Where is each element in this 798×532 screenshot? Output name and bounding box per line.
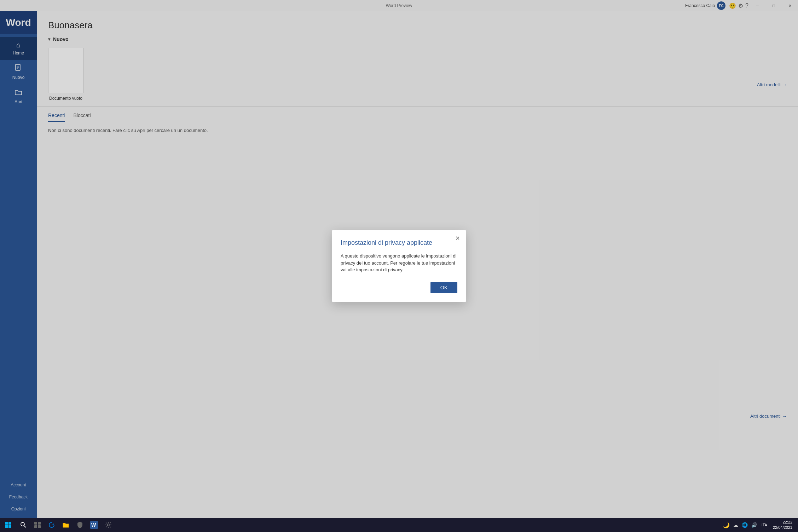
- start-button[interactable]: [0, 518, 16, 532]
- svg-point-16: [107, 524, 109, 526]
- svg-rect-6: [5, 525, 8, 528]
- modal-ok-button[interactable]: OK: [430, 282, 457, 293]
- modal-title: Impostazioni di privacy applicate: [341, 239, 457, 247]
- taskbar-word-icon[interactable]: W: [87, 518, 101, 532]
- volume-icon: 🔊: [750, 522, 759, 528]
- taskbar-date-value: 22/04/2021: [773, 525, 792, 530]
- taskbar-security-icon[interactable]: [73, 518, 87, 532]
- svg-rect-11: [38, 522, 41, 525]
- svg-rect-12: [34, 525, 37, 528]
- cloud-icon: ☁: [732, 522, 740, 528]
- svg-text:W: W: [91, 522, 96, 528]
- taskbar-search-button[interactable]: [16, 518, 30, 532]
- modal-body: A questo dispositivo vengono applicate l…: [341, 253, 457, 273]
- modal-overlay: ✕ Impostazioni di privacy applicate A qu…: [0, 0, 798, 532]
- modal-footer: OK: [341, 282, 457, 293]
- taskbar-edge-icon[interactable]: [45, 518, 59, 532]
- svg-rect-10: [34, 522, 37, 525]
- lang-indicator: ITA: [759, 518, 769, 532]
- svg-rect-5: [8, 522, 11, 525]
- taskbar-widget-icon[interactable]: [30, 518, 45, 532]
- network-icon: 🌐: [740, 522, 749, 528]
- taskbar-time-value: 22:22: [773, 520, 792, 525]
- svg-point-8: [21, 522, 24, 526]
- taskbar-settings-icon[interactable]: [101, 518, 115, 532]
- taskbar-clock: 22:22 22/04/2021: [770, 520, 795, 531]
- privacy-modal: ✕ Impostazioni di privacy applicate A qu…: [332, 230, 466, 302]
- svg-rect-13: [38, 525, 41, 528]
- modal-close-button[interactable]: ✕: [453, 234, 462, 242]
- taskbar-explorer-icon[interactable]: [59, 518, 73, 532]
- svg-line-9: [24, 526, 26, 527]
- svg-rect-7: [8, 525, 11, 528]
- taskbar: W 🌙 ☁ 🌐 🔊 ITA 22:22 22/04/2021: [0, 518, 798, 532]
- svg-rect-4: [5, 522, 8, 525]
- moon-icon: 🌙: [721, 522, 731, 528]
- taskbar-right: 🌙 ☁ 🌐 🔊 ITA 22:22 22/04/2021: [721, 518, 798, 532]
